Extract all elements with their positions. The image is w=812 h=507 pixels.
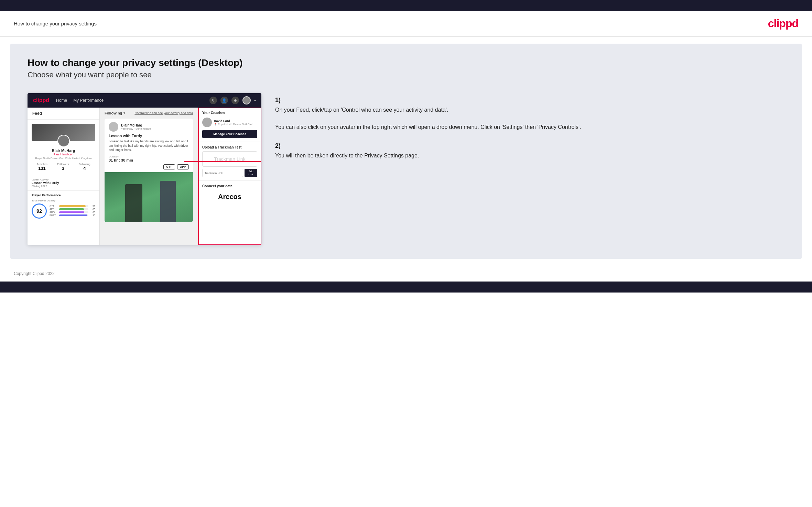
trackman-title: Upload a Trackman Test (202, 145, 257, 149)
tag-ott: OTT (163, 164, 175, 169)
footer: Copyright Clippd 2022 (0, 266, 812, 282)
instruction-number-1: 1) (275, 97, 784, 104)
bar-ott: OTT 90 (50, 205, 95, 207)
red-arrow-line (184, 161, 261, 162)
content-heading: How to change your privacy settings (Des… (28, 57, 784, 68)
profile-card: Blair McHarg Plus Handicap Royal North D… (28, 120, 99, 175)
coach-item: David Ford 📍 Royal North Devon Golf Club (202, 118, 257, 127)
instruction-text-2: You will then be taken directly to the P… (275, 152, 784, 160)
sidebar: Feed Blair McHarg Plus Handicap Royal No… (28, 108, 100, 245)
instruction-text-1: On your Feed, click/tap on 'Control who … (275, 106, 784, 131)
page-title: How to change your privacy settings (14, 21, 97, 26)
quality-row: 92 OTT 90 APP 85 (32, 203, 95, 219)
stat-following: Following 4 (79, 163, 90, 171)
nav-link-performance[interactable]: My Performance (73, 98, 104, 103)
trackman-link-box: Trackman Link (202, 151, 257, 167)
quality-bars: OTT 90 APP 85 ARG (50, 205, 95, 217)
coach-info: David Ford 📍 Royal North Devon Golf Club (214, 119, 253, 126)
top-bar (0, 0, 812, 11)
player-performance: Player Performance Total Player Quality … (28, 191, 99, 221)
stat-followers: Followers 3 (57, 163, 69, 171)
plus-circle-icon[interactable]: ⊕ (231, 97, 239, 104)
profile-handicap: Plus Handicap (32, 153, 95, 156)
instructions-column: 1) On your Feed, click/tap on 'Control w… (275, 93, 784, 171)
coaches-title: Your Coaches (202, 111, 257, 115)
post-tags: OTT APP (105, 164, 193, 172)
content-subheading: Choose what you want people to see (28, 70, 784, 79)
nav-link-home[interactable]: Home (56, 98, 67, 103)
golfer-left-silhouette (125, 184, 142, 222)
instruction-1: 1) On your Feed, click/tap on 'Control w… (275, 97, 784, 131)
post-body: Looking to feel like my hands are exitin… (105, 139, 193, 155)
post-image (105, 172, 193, 222)
connect-title: Connect your data (202, 184, 257, 188)
content-row: clippd Home My Performance ⚲ 👤 ⊕ ▾ Feed (28, 93, 784, 245)
app-navbar: clippd Home My Performance ⚲ 👤 ⊕ ▾ (28, 93, 261, 108)
latest-activity: Latest Activity Lesson with Fordy 03 Aug… (28, 175, 99, 191)
post-author-info: Blair McHarg Yesterday · Sunningdale (121, 123, 151, 130)
bar-putt: PUTT 96 (50, 214, 95, 217)
app-nav-links: Home My Performance (56, 98, 104, 103)
coach-avatar (202, 118, 212, 127)
app-body: Feed Blair McHarg Plus Handicap Royal No… (28, 108, 261, 245)
stat-activities: Activities 131 (36, 163, 47, 171)
avatar-chevron-icon: ▾ (254, 99, 256, 102)
trackman-link-input[interactable] (202, 169, 243, 177)
trackman-add-button[interactable]: Add Link (245, 169, 257, 177)
instruction-number-2: 2) (275, 142, 784, 150)
bar-arg: ARG 86 (50, 211, 95, 213)
manage-coaches-button[interactable]: Manage Your Coaches (202, 130, 257, 138)
post-author-avatar (109, 122, 118, 132)
search-icon[interactable]: ⚲ (209, 97, 217, 104)
app-logo: clippd (33, 97, 49, 103)
arccos-logo: Arccos (202, 190, 257, 203)
clippd-logo: clippd (768, 17, 798, 30)
profile-stats: Activities 131 Followers 3 Following 4 (32, 163, 95, 171)
app-screenshot: clippd Home My Performance ⚲ 👤 ⊕ ▾ Feed (28, 93, 261, 245)
profile-avatar (57, 135, 70, 147)
post-card: Blair McHarg Yesterday · Sunningdale Les… (105, 119, 193, 222)
instruction-2: 2) You will then be taken directly to th… (275, 142, 784, 160)
feed: Following ▾ Control who can see your act… (100, 108, 198, 245)
post-header: Blair McHarg Yesterday · Sunningdale (105, 119, 193, 134)
header: How to change your privacy settings clip… (0, 11, 812, 37)
post-duration: Duration 01 hr : 30 min (105, 155, 193, 164)
app-nav-icons: ⚲ 👤 ⊕ ▾ (209, 96, 256, 104)
feed-tab[interactable]: Feed (28, 108, 99, 120)
bottom-bar (0, 282, 812, 293)
location-icon: 📍 (214, 123, 217, 125)
chevron-down-icon: ▾ (123, 111, 125, 115)
profile-name: Blair McHarg (32, 148, 95, 153)
copyright: Copyright Clippd 2022 (14, 271, 55, 276)
tag-app: APP (177, 164, 189, 169)
following-button[interactable]: Following ▾ (105, 111, 125, 115)
main-content: How to change your privacy settings (Des… (10, 44, 802, 259)
control-privacy-link[interactable]: Control who can see your activity and da… (134, 111, 193, 115)
bar-app: APP 85 (50, 208, 95, 210)
golfer-right-silhouette (160, 181, 176, 222)
right-column: Your Coaches David Ford 📍 Royal North De… (198, 108, 261, 245)
person-icon[interactable]: 👤 (220, 97, 228, 104)
following-row: Following ▾ Control who can see your act… (105, 111, 193, 115)
trackman-input-row: Add Link (202, 169, 257, 177)
profile-club: Royal North Devon Golf Club, United King… (32, 157, 95, 160)
post-title: Lesson with Fordy (105, 134, 193, 139)
connect-section: Connect your data Arccos (198, 181, 261, 207)
coaches-section: Your Coaches David Ford 📍 Royal North De… (198, 108, 261, 142)
quality-score: 92 (32, 203, 47, 219)
avatar[interactable] (242, 96, 251, 104)
